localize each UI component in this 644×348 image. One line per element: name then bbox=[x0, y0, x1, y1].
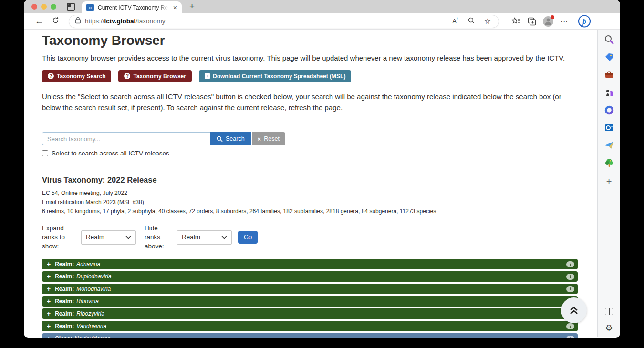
scroll-to-top-button[interactable] bbox=[561, 297, 587, 323]
expand-plus-icon[interactable]: + bbox=[47, 273, 51, 280]
profile-avatar[interactable] bbox=[541, 15, 555, 28]
sidebar-drop-icon[interactable] bbox=[603, 140, 615, 151]
taxonomy-row[interactable]: + Realm: Riboviria i bbox=[42, 296, 578, 307]
taxonomy-row[interactable]: + Class: Naldaviricetes i bbox=[42, 333, 578, 338]
svg-text:b: b bbox=[582, 18, 586, 25]
reset-button[interactable]: × Reset bbox=[252, 132, 285, 145]
sidebar-games-icon[interactable] bbox=[603, 87, 615, 98]
edge-sidebar-rail: + ⚙ bbox=[597, 30, 620, 337]
sidebar-microsoft365-icon[interactable] bbox=[603, 104, 615, 116]
info-icon[interactable]: i bbox=[566, 261, 574, 267]
page-content: Taxonomy Browser This taxonomy browser p… bbox=[24, 30, 597, 337]
read-aloud-icon[interactable]: A) bbox=[449, 18, 461, 25]
favorites-bar-icon[interactable] bbox=[509, 15, 523, 28]
sidebar-tools-icon[interactable] bbox=[603, 69, 615, 81]
active-tab[interactable]: » Current ICTV Taxonomy Releas × bbox=[82, 1, 182, 13]
search-icon bbox=[217, 136, 223, 142]
question-circle-icon: ? bbox=[124, 73, 130, 79]
close-window-button[interactable] bbox=[31, 4, 37, 10]
tab-close-icon[interactable]: × bbox=[172, 4, 178, 11]
lock-icon[interactable] bbox=[75, 17, 81, 26]
intro-text: This taxonomy browser provides access to… bbox=[42, 53, 597, 63]
info-icon[interactable]: i bbox=[566, 336, 574, 338]
settings-more-icon[interactable]: ⋯ bbox=[557, 15, 571, 28]
hide-ranks-label: Hide ranks above: bbox=[145, 224, 172, 251]
expand-ranks-select[interactable]: Realm bbox=[81, 230, 136, 245]
back-button[interactable]: ← bbox=[32, 16, 46, 26]
release-heading: Virus Taxonomy: 2022 Release bbox=[42, 175, 597, 184]
sidebar-search-icon[interactable] bbox=[603, 34, 615, 45]
taxonomy-browser-button[interactable]: ? Taxonomy Browser bbox=[118, 70, 191, 82]
browser-window: » Current ICTV Taxonomy Releas × + ← htt… bbox=[24, 0, 620, 338]
reload-button[interactable] bbox=[49, 16, 62, 27]
collections-icon[interactable] bbox=[525, 15, 539, 28]
taxonomy-row[interactable]: + Realm: Adnaviria i bbox=[42, 259, 578, 269]
bing-discover-icon[interactable]: b bbox=[577, 14, 592, 29]
zoom-window-button[interactable] bbox=[51, 4, 56, 10]
taxonomy-row[interactable]: + Realm: Monodnaviria i bbox=[42, 284, 578, 294]
release-meta-line: EC 54, Online meeting, July 2022 bbox=[42, 189, 597, 197]
sidebar-add-icon[interactable]: + bbox=[603, 176, 615, 187]
rank-controls: Expand ranks to show: Realm Hide ranks a… bbox=[42, 224, 597, 251]
file-download-icon: ↓ bbox=[205, 73, 210, 79]
release-meta-line: Email ratification March 2023 (MSL #38) bbox=[42, 198, 597, 206]
macos-traffic-lights bbox=[24, 0, 63, 13]
taxonomy-list: + Realm: Adnaviria i + Realm: Duplodnavi… bbox=[42, 259, 578, 338]
expand-ranks-label: Expand ranks to show: bbox=[42, 224, 76, 251]
question-circle-icon: ? bbox=[48, 73, 54, 79]
sidebar-outlook-icon[interactable] bbox=[603, 122, 615, 133]
url-text[interactable]: https://ictv.global/taxonomy bbox=[85, 18, 445, 25]
new-tab-button[interactable]: + bbox=[189, 1, 195, 11]
expand-plus-icon[interactable]: + bbox=[47, 335, 51, 338]
release-meta-line: 6 realms, 10 kingdoms, 17 phyla, 2 subph… bbox=[42, 207, 597, 215]
release-meta: EC 54, Online meeting, July 2022 Email r… bbox=[42, 189, 597, 215]
rail-divider bbox=[602, 302, 616, 302]
favorite-star-icon[interactable]: ☆ bbox=[481, 17, 494, 26]
search-input[interactable] bbox=[42, 132, 210, 145]
expand-plus-icon[interactable]: + bbox=[47, 297, 51, 305]
all-releases-checkbox-label[interactable]: Select to search across all ICTV release… bbox=[52, 150, 169, 157]
sidebar-tree-icon[interactable] bbox=[603, 157, 615, 169]
expand-plus-icon[interactable]: + bbox=[47, 322, 51, 330]
profile-notification-dot bbox=[551, 15, 554, 19]
hide-ranks-select[interactable]: Realm bbox=[177, 230, 232, 245]
search-button[interactable]: Search bbox=[210, 132, 251, 145]
all-releases-checkbox-row: Select to search across all ICTV release… bbox=[42, 150, 597, 157]
chevron-down-icon bbox=[221, 235, 227, 239]
x-icon: × bbox=[258, 135, 261, 143]
chevron-down-icon bbox=[125, 235, 131, 239]
taxonomy-row[interactable]: + Realm: Ribozyviria i bbox=[42, 308, 578, 319]
ictv-favicon-icon: » bbox=[86, 4, 94, 11]
taxonomy-row[interactable]: + Realm: Varidnaviria i bbox=[42, 321, 578, 331]
info-icon[interactable]: i bbox=[566, 286, 574, 292]
tab-overview-icon[interactable] bbox=[67, 3, 75, 11]
info-icon[interactable]: i bbox=[566, 274, 574, 280]
minimize-window-button[interactable] bbox=[41, 4, 47, 10]
toolbar-icons: ⋯ bbox=[509, 15, 571, 28]
info-icon[interactable]: i bbox=[566, 323, 574, 329]
search-row: Search × Reset bbox=[42, 132, 597, 145]
tab-title: Current ICTV Taxonomy Releas bbox=[98, 4, 168, 11]
browser-toolbar: ← https://ictv.global/taxonomy A) ☆ bbox=[24, 13, 620, 30]
gear-icon[interactable]: ⚙ bbox=[605, 323, 613, 333]
sidebar-shopping-tag-icon[interactable] bbox=[603, 51, 615, 63]
tab-strip: » Current ICTV Taxonomy Releas × + bbox=[24, 0, 620, 13]
page-title: Taxonomy Browser bbox=[42, 32, 597, 49]
expand-plus-icon[interactable]: + bbox=[47, 285, 51, 293]
split-screen-icon[interactable] bbox=[605, 308, 613, 315]
expand-plus-icon[interactable]: + bbox=[47, 260, 51, 268]
taxonomy-row[interactable]: + Realm: Duplodnaviria i bbox=[42, 271, 578, 282]
expand-plus-icon[interactable]: + bbox=[47, 310, 51, 317]
download-msl-button[interactable]: ↓ Download Current Taxonomy Spreadsheet … bbox=[199, 70, 351, 82]
taxonomy-search-button[interactable]: ? Taxonomy Search bbox=[42, 70, 111, 82]
address-bar[interactable]: https://ictv.global/taxonomy A) ☆ bbox=[69, 15, 499, 28]
search-note-text: Unless the "Select to search across all … bbox=[42, 91, 567, 113]
all-releases-checkbox[interactable] bbox=[42, 150, 48, 156]
zoom-out-icon[interactable] bbox=[465, 17, 478, 26]
double-chevron-up-icon bbox=[569, 306, 579, 315]
go-button[interactable]: Go bbox=[238, 231, 258, 244]
nav-button-row: ? Taxonomy Search ? Taxonomy Browser ↓ D… bbox=[42, 70, 597, 82]
